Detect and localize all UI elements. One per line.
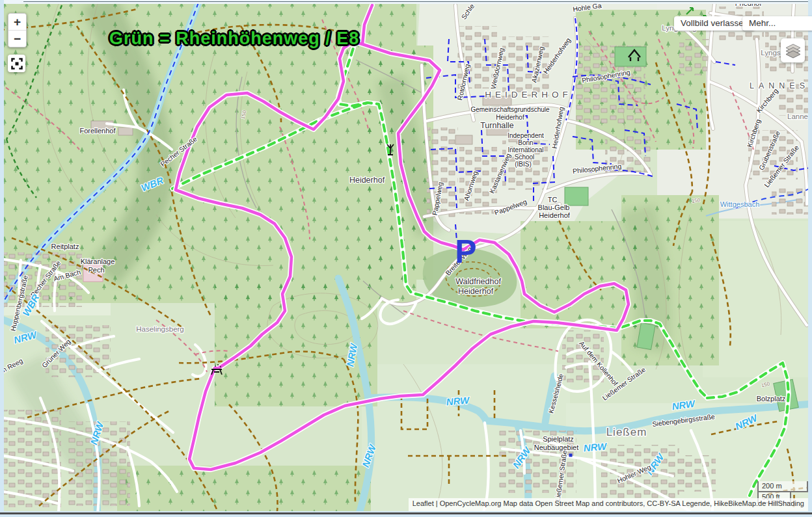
map-label: LANNES [750, 81, 809, 90]
map-label: Heiderhof [349, 176, 385, 185]
map-label: International [508, 146, 543, 153]
map-label: School [515, 153, 535, 161]
fullscreen-icon [10, 57, 23, 70]
map-page: ForellenhofReitplatzKläranlagePechAm Bac… [0, 0, 812, 517]
map-label: HEIDERHOF [485, 90, 572, 99]
map-label: Reitplatz [51, 243, 79, 250]
attribution-text: Leaflet | OpenCycleMap.org Map data Open… [413, 499, 804, 507]
page-frame-top [0, 0, 812, 4]
map-label: Blau-Gelb [538, 204, 570, 211]
zoom-in-button[interactable]: + [8, 14, 26, 31]
map-label: Wittgesbach [720, 200, 760, 208]
zoom-out-button[interactable]: − [8, 31, 26, 47]
page-frame-left [0, 0, 4, 517]
map-label: (IBIS) [515, 161, 532, 168]
map-label: Spielplatz [543, 435, 574, 443]
map-label: Forellenhof [79, 127, 116, 135]
map-label: P [455, 233, 476, 270]
layers-icon [785, 42, 802, 59]
map-label: Bolzplatz [757, 395, 786, 403]
map-label: Heiderhof [496, 114, 524, 121]
map-canvas[interactable]: ForellenhofReitplatzKläranlagePechAm Bac… [0, 0, 812, 517]
map-label: Bonn [518, 139, 533, 146]
map-label: Turnhalle [480, 121, 514, 130]
map-label: NRW [583, 440, 608, 453]
map-label: Independent [508, 132, 544, 139]
page-divider-line [0, 512, 812, 514]
map-label: Haselingsberg [136, 325, 184, 333]
map-label: Waldfriedhof [455, 277, 501, 286]
fullscreen-button[interactable] [8, 55, 25, 72]
map-label: Heiderhof [458, 287, 494, 296]
page-frame-right [808, 0, 812, 517]
map-label: TC [548, 196, 558, 204]
legend-overlay-text: Grün = Rheinhöhenweg / E8 [109, 29, 359, 49]
map-label: Pech [88, 266, 104, 274]
layers-control[interactable] [781, 38, 805, 62]
map-label: NRW [446, 394, 471, 407]
map-label: Heiderhof [539, 211, 571, 219]
attribution-bar: Leaflet | OpenCycleMap.org Map data Open… [409, 498, 808, 511]
map-label: Gemeinschaftsgrundschule [470, 106, 550, 113]
more-button[interactable]: Mehr... [742, 16, 812, 31]
map-tiles: ForellenhofReitplatzKläranlagePechAm Bac… [0, 0, 812, 515]
map-label: Neubaugebiet [534, 444, 579, 451]
map-label: Kläranlage [81, 258, 115, 265]
zoom-control: + − [8, 13, 27, 47]
bus-stop-icon [569, 454, 573, 457]
map-label: Ließem [606, 426, 647, 438]
map-label: 150 [691, 197, 701, 204]
scale-metric: 200 m [757, 481, 808, 492]
